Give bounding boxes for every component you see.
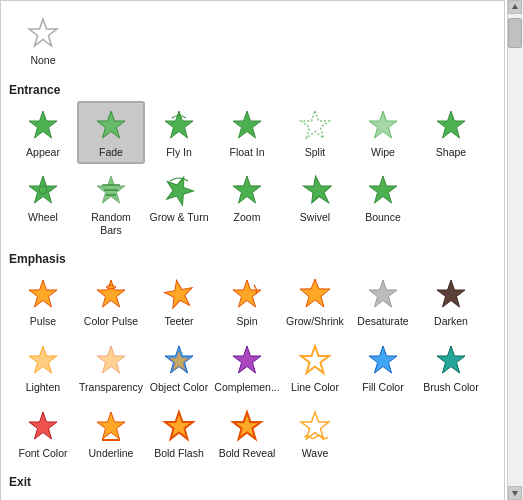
anim-darken[interactable]: Darken xyxy=(417,270,485,334)
brush-color-label: Brush Color xyxy=(423,381,478,394)
anim-complementary[interactable]: Complemen... xyxy=(213,336,281,400)
anim-fade-exit[interactable]: Fade xyxy=(77,493,145,500)
emphasis-row-3: Font Color Underline Bold Flash xyxy=(9,402,500,466)
anim-grow-shrink[interactable]: Grow/Shrink xyxy=(281,270,349,334)
svg-marker-26 xyxy=(437,280,465,307)
svg-marker-8 xyxy=(29,176,57,203)
anim-float-in[interactable]: Float In xyxy=(213,101,281,165)
svg-marker-36 xyxy=(97,412,125,439)
anim-fade[interactable]: Fade xyxy=(77,101,145,165)
svg-marker-22 xyxy=(233,280,261,307)
anim-font-color[interactable]: Font Color xyxy=(9,402,77,466)
scrollbar-down-button[interactable] xyxy=(508,486,522,500)
scrollbar-up-button[interactable] xyxy=(508,0,522,14)
anim-none[interactable]: None xyxy=(9,9,77,73)
exit-title: Exit xyxy=(9,475,500,489)
anim-fill-color[interactable]: Fill Color xyxy=(349,336,417,400)
none-label: None xyxy=(30,54,55,67)
svg-marker-1 xyxy=(29,111,57,138)
svg-marker-64 xyxy=(512,491,518,496)
object-color-label: Object Color xyxy=(150,381,208,394)
anim-underline[interactable]: Underline xyxy=(77,402,145,466)
svg-marker-63 xyxy=(512,4,518,9)
svg-marker-5 xyxy=(301,111,329,138)
svg-marker-18 xyxy=(369,176,397,203)
scrollbar[interactable] xyxy=(507,0,523,500)
swivel-label: Swivel xyxy=(300,211,330,224)
svg-marker-16 xyxy=(233,176,261,203)
line-color-label: Line Color xyxy=(291,381,339,394)
animation-panel: None Entrance Appear Fade xyxy=(0,0,505,500)
anim-appear[interactable]: Appear xyxy=(9,101,77,165)
svg-marker-24 xyxy=(300,279,330,307)
bold-flash-label: Bold Flash xyxy=(154,447,204,460)
font-color-label: Font Color xyxy=(18,447,67,460)
anim-spin[interactable]: Spin xyxy=(213,270,281,334)
anim-wipe[interactable]: Wipe xyxy=(349,101,417,165)
pulse-label: Pulse xyxy=(30,315,56,328)
anim-split[interactable]: Split xyxy=(281,101,349,165)
anim-float-out[interactable]: Float Out xyxy=(213,493,281,500)
anim-shape-exit[interactable]: Shape xyxy=(417,493,485,500)
exit-row-1: Disappear Fade Fly Out xyxy=(9,493,500,500)
split-label: Split xyxy=(305,146,325,159)
svg-marker-28 xyxy=(97,346,125,373)
anim-fly-out[interactable]: Fly Out xyxy=(145,493,213,500)
fly-in-label: Fly In xyxy=(166,146,192,159)
anim-shape[interactable]: Shape xyxy=(417,101,485,165)
svg-marker-7 xyxy=(437,111,465,138)
svg-marker-4 xyxy=(233,111,261,138)
emphasis-row-2: Lighten Transparency Object Color xyxy=(9,336,500,400)
anim-pulse[interactable]: Pulse xyxy=(9,270,77,334)
grow-turn-label: Grow & Turn xyxy=(150,211,209,224)
anim-line-color[interactable]: Line Color xyxy=(281,336,349,400)
entrance-row-1: Appear Fade Fly In xyxy=(9,101,500,165)
anim-teeter[interactable]: Teeter xyxy=(145,270,213,334)
scrollbar-thumb[interactable] xyxy=(508,18,522,48)
anim-bold-flash[interactable]: Bold Flash xyxy=(145,402,213,466)
anim-wave[interactable]: Wave xyxy=(281,402,349,466)
wheel-label: Wheel xyxy=(28,211,58,224)
svg-marker-27 xyxy=(29,346,57,373)
anim-grow-turn[interactable]: Grow & Turn xyxy=(145,166,213,242)
bold-reveal-label: Bold Reveal xyxy=(219,447,276,460)
anim-split-exit[interactable]: Split xyxy=(281,493,349,500)
anim-zoom[interactable]: Zoom xyxy=(213,166,281,242)
spin-label: Spin xyxy=(236,315,257,328)
anim-lighten[interactable]: Lighten xyxy=(9,336,77,400)
none-icon xyxy=(25,15,61,51)
random-bars-label: Random Bars xyxy=(81,211,141,236)
anim-bounce[interactable]: Bounce xyxy=(349,166,417,242)
lighten-label: Lighten xyxy=(26,381,60,394)
emphasis-title: Emphasis xyxy=(9,252,500,266)
anim-desaturate[interactable]: Desaturate xyxy=(349,270,417,334)
anim-random-bars[interactable]: Random Bars xyxy=(77,166,145,242)
anim-object-color[interactable]: Object Color xyxy=(145,336,213,400)
wipe-label: Wipe xyxy=(371,146,395,159)
entrance-title: Entrance xyxy=(9,83,500,97)
anim-disappear[interactable]: Disappear xyxy=(9,493,77,500)
anim-transparency[interactable]: Transparency xyxy=(77,336,145,400)
anim-bold-reveal[interactable]: Bold Reveal xyxy=(213,402,281,466)
color-pulse-label: Color Pulse xyxy=(84,315,138,328)
darken-label: Darken xyxy=(434,315,468,328)
wave-label: Wave xyxy=(302,447,328,460)
svg-marker-41 xyxy=(301,412,329,439)
svg-marker-6 xyxy=(369,111,397,138)
shape-label: Shape xyxy=(436,146,466,159)
desaturate-label: Desaturate xyxy=(357,315,408,328)
teeter-label: Teeter xyxy=(164,315,193,328)
fill-color-label: Fill Color xyxy=(362,381,403,394)
anim-wipe-exit[interactable]: Wipe xyxy=(349,493,417,500)
emphasis-row-1: Pulse Color Pulse Teeter xyxy=(9,270,500,334)
svg-marker-32 xyxy=(301,346,329,373)
complementary-label: Complemen... xyxy=(214,381,279,394)
anim-color-pulse[interactable]: Color Pulse xyxy=(77,270,145,334)
anim-brush-color[interactable]: Brush Color xyxy=(417,336,485,400)
svg-marker-25 xyxy=(369,280,397,307)
svg-marker-20 xyxy=(97,280,125,307)
anim-swivel[interactable]: Swivel xyxy=(281,166,349,242)
bounce-label: Bounce xyxy=(365,211,401,224)
anim-fly-in[interactable]: Fly In xyxy=(145,101,213,165)
anim-wheel[interactable]: Wheel xyxy=(9,166,77,242)
